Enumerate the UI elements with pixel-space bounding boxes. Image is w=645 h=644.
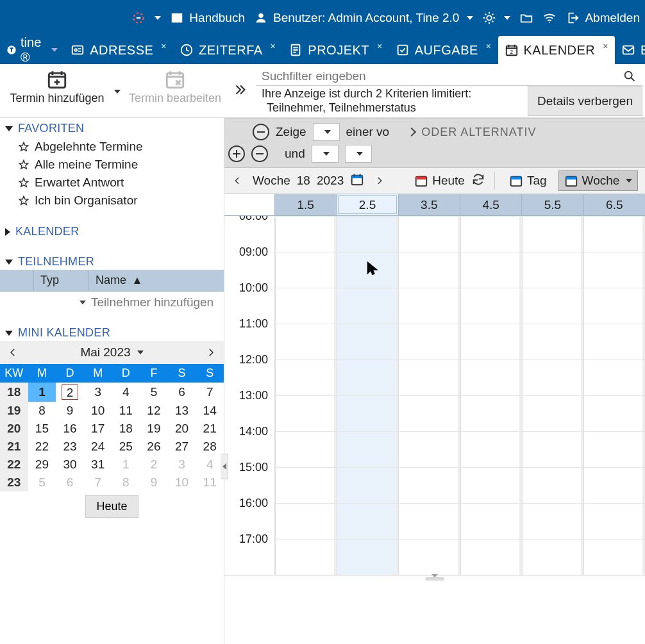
logout-button[interactable]: Abmelden: [565, 11, 640, 25]
mini-day[interactable]: 3: [168, 456, 196, 474]
mini-day[interactable]: 23: [56, 438, 84, 456]
close-icon[interactable]: ×: [377, 41, 383, 51]
mini-day[interactable]: 16: [56, 420, 84, 438]
mini-day[interactable]: 18: [112, 420, 140, 438]
day-header[interactable]: 2.5: [336, 194, 398, 215]
theme-toggle-icon[interactable]: [482, 11, 510, 25]
mini-day[interactable]: 8: [28, 402, 56, 420]
day-column[interactable]: [337, 216, 398, 575]
mini-month-picker[interactable]: Mai 2023: [80, 345, 143, 359]
mini-day[interactable]: 15: [28, 420, 56, 438]
mini-day[interactable]: 8: [112, 474, 140, 491]
close-icon[interactable]: ×: [603, 41, 608, 51]
mini-day[interactable]: 10: [84, 402, 112, 420]
app-brand-menu[interactable]: tine ®: [0, 36, 64, 64]
col-type[interactable]: Typ: [33, 270, 88, 291]
filter-operator-select[interactable]: [345, 145, 372, 163]
mini-day[interactable]: 26: [140, 438, 168, 456]
mini-day[interactable]: 14: [196, 402, 224, 420]
favorite-item[interactable]: Alle meine Termine: [5, 156, 219, 174]
mini-day[interactable]: 31: [84, 456, 112, 474]
tab-e-mail[interactable]: E-MAIL: [615, 36, 645, 64]
mini-prev-month-button[interactable]: [4, 343, 22, 361]
mini-day[interactable]: 7: [196, 383, 224, 402]
day-header[interactable]: 4.5: [460, 194, 521, 215]
toolbar-expand-button[interactable]: [232, 81, 249, 101]
participants-section-toggle[interactable]: TEILNEHMER: [0, 251, 224, 270]
today-button[interactable]: Heute: [414, 174, 465, 188]
close-icon[interactable]: ×: [271, 41, 276, 51]
mini-day[interactable]: 6: [168, 383, 196, 402]
add-event-button[interactable]: Termin hinzufügen: [3, 67, 112, 106]
folder-icon[interactable]: [519, 11, 533, 25]
prev-week-button[interactable]: [228, 172, 246, 190]
add-event-menu-toggle[interactable]: [112, 85, 121, 98]
mini-day[interactable]: 20: [168, 420, 196, 438]
mini-day[interactable]: 6: [56, 474, 84, 491]
filter-field-select[interactable]: [313, 123, 340, 141]
day-column[interactable]: [583, 216, 645, 575]
search-icon[interactable]: [617, 69, 642, 83]
remove-filter-row-button[interactable]: [253, 124, 269, 140]
refresh-button[interactable]: [471, 172, 485, 190]
add-participant-row[interactable]: Teilnehmer hinzufügen: [0, 292, 224, 313]
favorite-item[interactable]: Abgelehnte Termine: [5, 138, 219, 156]
mini-day[interactable]: 10: [168, 474, 196, 491]
day-header[interactable]: 3.5: [398, 194, 460, 215]
mini-day[interactable]: 5: [28, 474, 56, 491]
next-week-button[interactable]: [371, 172, 389, 190]
date-picker-icon[interactable]: [350, 172, 364, 190]
mini-day[interactable]: 4: [112, 383, 140, 402]
mini-day[interactable]: 19: [140, 420, 168, 438]
day-view-button[interactable]: Tag: [504, 171, 552, 190]
mini-day[interactable]: 12: [140, 402, 168, 420]
day-column[interactable]: [275, 216, 337, 575]
mini-next-month-button[interactable]: [202, 343, 220, 361]
mini-day[interactable]: 30: [56, 456, 84, 474]
mini-today-button[interactable]: Heute: [85, 495, 138, 518]
mini-day[interactable]: 1: [112, 456, 140, 474]
mini-day[interactable]: 24: [84, 438, 112, 456]
calendar-grid[interactable]: 08:0009:0010:0011:0012:0013:0014:0015:00…: [224, 216, 645, 575]
mini-day[interactable]: 3: [84, 383, 112, 402]
mini-day[interactable]: 9: [140, 474, 168, 491]
mini-day[interactable]: 21: [196, 420, 224, 438]
remove-filter-row-button-2[interactable]: [251, 145, 268, 162]
mini-day[interactable]: 11: [112, 402, 140, 420]
week-view-button[interactable]: Woche: [558, 170, 639, 191]
mini-day[interactable]: 5: [140, 383, 168, 402]
close-icon[interactable]: ×: [486, 41, 492, 51]
kalender-section-toggle[interactable]: KALENDER: [0, 221, 224, 240]
day-column[interactable]: [398, 216, 460, 575]
mini-day[interactable]: 2: [140, 456, 168, 474]
favorite-item[interactable]: Erwartet Antwort: [5, 174, 219, 192]
mini-day[interactable]: 11: [196, 474, 224, 491]
mini-day[interactable]: 28: [196, 438, 224, 456]
favorite-item[interactable]: Ich bin Organisator: [5, 192, 219, 210]
tab-zeiterfa[interactable]: ZEITERFA×: [173, 36, 282, 64]
sync-status-icon[interactable]: [130, 10, 161, 26]
add-filter-row-button[interactable]: [228, 145, 245, 162]
tab-aufgabe[interactable]: AUFGABE×: [389, 36, 498, 64]
mini-day[interactable]: 17: [84, 420, 112, 438]
mini-day[interactable]: 13: [168, 402, 196, 420]
day-header[interactable]: 5.5: [521, 194, 583, 215]
mini-day[interactable]: 22: [28, 438, 56, 456]
day-column[interactable]: [522, 216, 583, 575]
bottom-splitter[interactable]: [224, 575, 645, 582]
search-input[interactable]: [256, 68, 617, 85]
mini-day[interactable]: 2: [56, 383, 84, 402]
filter-field-select-2[interactable]: [312, 145, 339, 163]
mini-day[interactable]: 27: [168, 438, 196, 456]
day-column[interactable]: [460, 216, 522, 575]
mini-day[interactable]: 25: [112, 438, 140, 456]
mini-day[interactable]: 4: [196, 456, 224, 474]
col-name[interactable]: Name: [88, 270, 224, 291]
tab-projekt[interactable]: PROJEKT×: [282, 36, 389, 64]
handbook-link[interactable]: Handbuch: [170, 11, 245, 25]
tab-kalender[interactable]: 2KALENDER×: [498, 36, 616, 64]
mini-day[interactable]: 9: [56, 402, 84, 420]
wifi-icon[interactable]: [542, 11, 557, 25]
favorites-section-toggle[interactable]: FAVORITEN: [0, 118, 224, 136]
toggle-details-button[interactable]: Details verbergen: [528, 86, 642, 116]
